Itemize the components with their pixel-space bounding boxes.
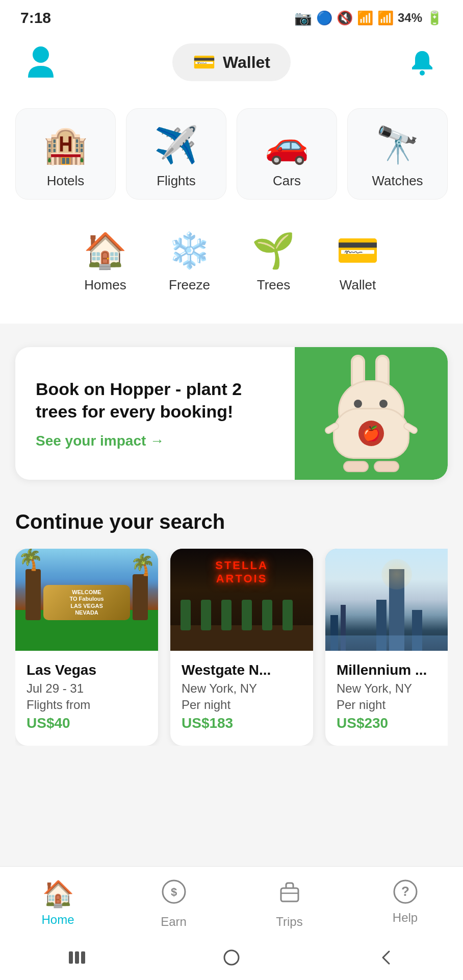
category-watches[interactable]: 🔭 Watches [347, 108, 448, 200]
las-vegas-title: Las Vegas [27, 662, 147, 678]
las-vegas-dates: Jul 29 - 31 [27, 681, 147, 696]
svg-text:?: ? [401, 884, 409, 899]
millennium-desc: Per night [337, 698, 448, 712]
svg-point-1 [420, 70, 425, 76]
trips-nav-label: Trips [276, 915, 302, 929]
svg-rect-4 [281, 888, 298, 901]
system-nav-bar [0, 939, 463, 980]
wallet-label: Wallet [223, 53, 270, 72]
category-cars[interactable]: 🚗 Cars [237, 108, 337, 200]
svg-rect-11 [224, 950, 239, 965]
nav-earn[interactable]: $ Earn [143, 879, 204, 929]
cars-label: Cars [273, 173, 301, 189]
banner-card[interactable]: Book on Hopper - plant 2 trees for every… [15, 347, 448, 480]
watches-label: Watches [372, 173, 423, 189]
search-cards-list: WELCOMETO FabulousLAS VEGASNEVADA 🌴 🌴 La… [15, 549, 448, 746]
watches-icon: 🔭 [375, 124, 420, 166]
category-freeze[interactable]: ❄️ Freeze [152, 220, 226, 303]
millennium-image [325, 549, 448, 651]
continue-search-title: Continue your search [15, 510, 448, 533]
homes-label: Homes [84, 277, 126, 293]
nav-trips[interactable]: Trips [259, 879, 320, 929]
bluetooth-icon: 🔵 [316, 10, 332, 26]
search-card-las-vegas[interactable]: WELCOMETO FabulousLAS VEGASNEVADA 🌴 🌴 La… [15, 549, 158, 746]
hotels-icon: 🏨 [43, 124, 88, 166]
search-card-millennium[interactable]: Millennium ... New York, NY Per night US… [325, 549, 448, 746]
nav-help[interactable]: ? Help [375, 879, 436, 929]
category-wallet[interactable]: 💳 Wallet [321, 220, 395, 303]
wallet-icon: 💳 [336, 230, 379, 271]
svg-point-0 [33, 46, 49, 63]
bunny-character: 🍎 [320, 355, 422, 472]
category-homes[interactable]: 🏠 Homes [68, 220, 142, 303]
las-vegas-price: US$40 [27, 715, 147, 731]
profile-button[interactable] [20, 42, 61, 83]
back-button[interactable] [375, 946, 397, 973]
trees-icon: 🌱 [252, 230, 295, 271]
banner-text: Book on Hopper - plant 2 trees for every… [15, 357, 295, 470]
signal-icon: 📶 [377, 10, 394, 26]
trees-label: Trees [257, 277, 291, 293]
freeze-icon: ❄️ [168, 230, 211, 271]
las-vegas-card-body: Las Vegas Jul 29 - 31 Flights from US$40 [15, 651, 158, 746]
svg-rect-9 [75, 951, 79, 964]
status-time: 7:18 [20, 9, 51, 27]
banner-image: 🍎 [295, 347, 448, 480]
mute-icon: 🔇 [337, 10, 353, 26]
hotels-label: Hotels [47, 173, 85, 189]
wallet-button[interactable]: 💳 Wallet [172, 43, 291, 81]
bottom-nav: 🏠 Home $ Earn Trips ? Help [0, 866, 463, 939]
help-nav-icon: ? [393, 879, 418, 906]
battery-icon: 🔋 [426, 10, 443, 26]
notification-button[interactable] [402, 42, 443, 83]
continue-search-section: Continue your search WELCOMETO FabulousL… [0, 495, 463, 756]
header: 💳 Wallet [0, 32, 463, 98]
status-icons: 📷 🔵 🔇 📶 📶 34% 🔋 [294, 10, 443, 27]
flights-icon: ✈️ [154, 124, 198, 166]
westgate-card-body: Westgate N... New York, NY Per night US$… [170, 651, 313, 746]
banner-title: Book on Hopper - plant 2 trees for every… [36, 378, 274, 423]
banner-section: Book on Hopper - plant 2 trees for every… [0, 332, 463, 495]
nav-home[interactable]: 🏠 Home [28, 879, 89, 929]
search-card-westgate[interactable]: STELLAARTOIS Westgate N... New York, NY … [170, 549, 313, 746]
millennium-price: US$230 [337, 715, 448, 731]
svg-text:$: $ [170, 886, 176, 898]
help-nav-label: Help [393, 911, 418, 925]
battery-percent: 34% [398, 11, 422, 25]
millennium-title: Millennium ... [337, 662, 448, 678]
category-trees[interactable]: 🌱 Trees [237, 220, 311, 303]
las-vegas-image: WELCOMETO FabulousLAS VEGASNEVADA 🌴 🌴 [15, 549, 158, 651]
millennium-card-body: Millennium ... New York, NY Per night US… [325, 651, 448, 746]
wifi-icon: 📶 [357, 10, 373, 26]
menu-button[interactable] [66, 946, 88, 973]
trips-nav-icon [277, 879, 302, 911]
category-hotels[interactable]: 🏨 Hotels [15, 108, 116, 200]
home-nav-icon: 🏠 [42, 879, 74, 909]
status-bar: 7:18 📷 🔵 🔇 📶 📶 34% 🔋 [0, 0, 463, 32]
wallet-cat-label: Wallet [340, 277, 376, 293]
earn-nav-label: Earn [161, 915, 187, 929]
westgate-location: New York, NY [182, 681, 302, 696]
svg-rect-8 [69, 951, 73, 964]
las-vegas-desc: Flights from [27, 698, 147, 712]
wallet-stack-icon: 💳 [193, 52, 216, 73]
categories-row1: 🏨 Hotels ✈️ Flights 🚗 Cars 🔭 Watches [0, 98, 463, 215]
banner-link[interactable]: See your impact → [36, 433, 274, 449]
flights-label: Flights [157, 173, 196, 189]
earn-nav-icon: $ [161, 879, 187, 911]
cars-icon: 🚗 [265, 124, 309, 166]
westgate-title: Westgate N... [182, 662, 302, 678]
category-flights[interactable]: ✈️ Flights [126, 108, 226, 200]
freeze-label: Freeze [169, 277, 210, 293]
categories-row2: 🏠 Homes ❄️ Freeze 🌱 Trees 💳 Wallet [0, 215, 463, 324]
westgate-image: STELLAARTOIS [170, 549, 313, 651]
home-button[interactable] [220, 946, 243, 973]
camera-icon: 📷 [294, 10, 312, 27]
millennium-location: New York, NY [337, 681, 448, 696]
home-nav-label: Home [41, 913, 74, 927]
homes-icon: 🏠 [84, 230, 127, 271]
westgate-price: US$183 [182, 715, 302, 731]
westgate-desc: Per night [182, 698, 302, 712]
svg-rect-10 [81, 951, 85, 964]
